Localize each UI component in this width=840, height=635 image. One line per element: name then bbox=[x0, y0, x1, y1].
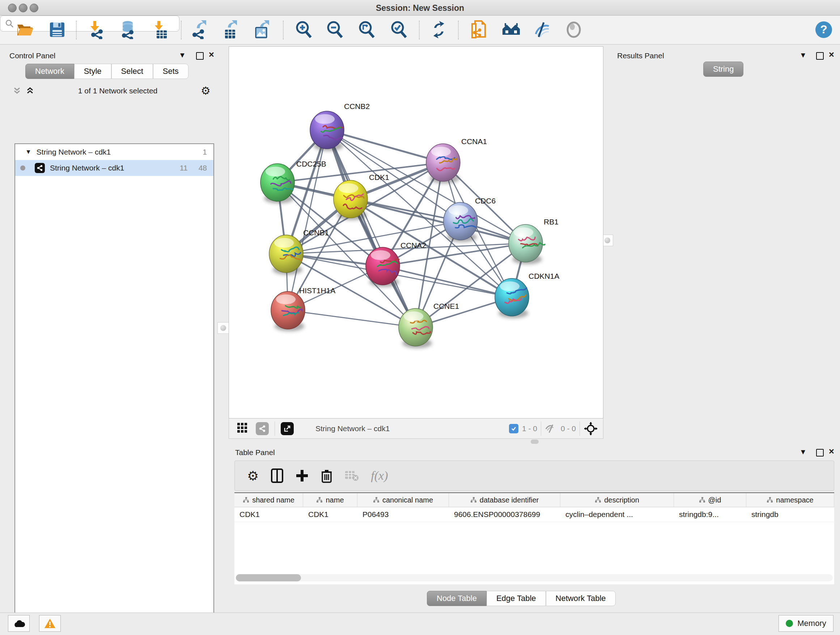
column-header--id[interactable]: @id bbox=[674, 493, 746, 507]
hide-graphics-details-icon[interactable] bbox=[532, 19, 553, 40]
table-cell[interactable]: stringdb bbox=[746, 507, 834, 522]
search-icon bbox=[5, 19, 14, 28]
tab-string[interactable]: String bbox=[703, 62, 744, 77]
panel-collapse-icon[interactable]: ▼ bbox=[179, 51, 186, 59]
zoom-in-icon[interactable] bbox=[294, 19, 314, 40]
refresh-layout-icon[interactable] bbox=[428, 19, 449, 40]
birdseye-crosshair-icon[interactable] bbox=[584, 421, 598, 436]
table-tabs: Node Table Edge Table Network Table bbox=[427, 591, 616, 606]
column-type-icon bbox=[470, 497, 477, 503]
export-network-icon[interactable] bbox=[189, 19, 210, 40]
table-hscrollbar-thumb[interactable] bbox=[236, 574, 301, 581]
column-header-shared-name[interactable]: shared name bbox=[234, 493, 303, 507]
column-header-canonical-name[interactable]: canonical name bbox=[357, 493, 449, 507]
edge-CCNB2-CCNE1[interactable] bbox=[327, 130, 416, 327]
table-cell[interactable]: cyclin–dependent ... bbox=[561, 507, 674, 522]
column-header-database-identifier[interactable]: database identifier bbox=[449, 493, 561, 507]
panel-collapse-icon[interactable]: ▼ bbox=[799, 448, 807, 455]
open-session-icon[interactable] bbox=[14, 19, 35, 40]
network-graph[interactable]: CCNB2CCNA1CDC25BCDK1CDC6RB1CCNB1CCNA2CDK… bbox=[229, 47, 603, 418]
detach-view-icon[interactable] bbox=[281, 422, 294, 435]
control-panel-tabs: Network Style Select Sets bbox=[25, 64, 188, 79]
cloud-status-button[interactable] bbox=[8, 615, 30, 632]
column-header-description[interactable]: description bbox=[561, 493, 674, 507]
node-table: shared namenamecanonical namedatabase id… bbox=[234, 492, 834, 584]
warnings-button[interactable] bbox=[39, 615, 61, 632]
panel-float-icon[interactable] bbox=[816, 449, 824, 456]
edge-HIST1H1A-CCNE1[interactable] bbox=[288, 310, 416, 327]
tab-node-table[interactable]: Node Table bbox=[427, 591, 486, 606]
delete-column-icon[interactable] bbox=[321, 469, 332, 483]
column-header-name[interactable]: name bbox=[303, 493, 357, 507]
collection-expander-icon[interactable]: ▼ bbox=[25, 149, 32, 156]
export-image-icon[interactable] bbox=[251, 19, 272, 40]
zoom-selected-icon[interactable] bbox=[388, 19, 409, 40]
import-network-database-icon[interactable] bbox=[118, 19, 139, 40]
column-header-namespace[interactable]: namespace bbox=[746, 493, 834, 507]
tab-network[interactable]: Network bbox=[25, 64, 74, 79]
network-collection-row[interactable]: ▼ String Network – cdk1 1 bbox=[15, 144, 213, 160]
network-options-gear-icon[interactable]: ⚙ bbox=[201, 86, 210, 96]
toolbar-separator bbox=[458, 21, 459, 40]
hidden-eye-icon[interactable] bbox=[545, 424, 557, 433]
column-type-icon bbox=[243, 497, 249, 503]
node-CDKN1A[interactable]: CDKN1A bbox=[495, 272, 559, 318]
table-cell[interactable]: P06493 bbox=[357, 507, 449, 522]
add-column-icon[interactable] bbox=[295, 469, 309, 482]
node-CCNB1[interactable]: CCNB1 bbox=[269, 228, 329, 275]
node-RB1[interactable]: RB1 bbox=[508, 218, 559, 264]
delete-table-icon[interactable] bbox=[345, 470, 358, 481]
show-columns-icon[interactable] bbox=[271, 469, 283, 483]
node-CCNB2[interactable]: CCNB2 bbox=[310, 102, 370, 151]
zoom-fit-icon[interactable] bbox=[356, 19, 377, 40]
level-of-detail-icon[interactable] bbox=[563, 19, 584, 40]
save-session-icon[interactable] bbox=[47, 19, 68, 40]
panel-close-icon[interactable]: ✕ bbox=[829, 51, 835, 58]
column-header-label: description bbox=[604, 496, 639, 504]
edge-CCNB2-HIST1H1A[interactable] bbox=[288, 130, 327, 310]
table-cell[interactable]: CDK1 bbox=[234, 507, 303, 522]
table-hscrollbar[interactable] bbox=[236, 574, 833, 581]
node-HIST1H1A[interactable]: HIST1H1A bbox=[271, 287, 335, 331]
network-label: String Network – cdk1 bbox=[50, 164, 124, 172]
export-table-icon[interactable] bbox=[220, 19, 241, 40]
panel-float-icon[interactable] bbox=[816, 52, 824, 60]
tab-edge-table[interactable]: Edge Table bbox=[486, 591, 546, 606]
table-cell[interactable]: CDK1 bbox=[303, 507, 357, 522]
help-icon[interactable]: ? bbox=[813, 19, 834, 40]
zoom-out-icon[interactable] bbox=[325, 19, 346, 40]
grid-view-icon[interactable] bbox=[237, 423, 248, 435]
memory-button[interactable]: Memory bbox=[778, 615, 834, 632]
node-CDC6[interactable]: CDC6 bbox=[444, 196, 496, 242]
table-options-gear-icon[interactable]: ⚙ bbox=[247, 469, 259, 483]
import-network-file-icon[interactable] bbox=[88, 19, 109, 40]
tab-select[interactable]: Select bbox=[111, 64, 153, 79]
panel-float-icon[interactable] bbox=[196, 52, 204, 60]
selection-summary: 1 of 1 Network selected bbox=[35, 87, 201, 95]
table-cell[interactable]: stringdb:9... bbox=[674, 507, 746, 522]
expand-all-networks-icon[interactable] bbox=[25, 86, 35, 96]
selected-checkbox-icon[interactable] bbox=[509, 424, 518, 433]
table-row[interactable]: CDK1CDK1P064939606.ENSP00000378699cyclin… bbox=[234, 507, 834, 522]
import-table-file-icon[interactable] bbox=[151, 19, 172, 40]
network-canvas[interactable]: CCNB2CCNA1CDC25BCDK1CDC6RB1CCNB1CCNA2CDK… bbox=[229, 46, 603, 418]
network-row[interactable]: String Network – cdk1 11 48 bbox=[15, 160, 213, 176]
current-network-dot-icon bbox=[20, 165, 25, 171]
network-share-icon[interactable] bbox=[256, 422, 269, 435]
node-CDK1[interactable]: CDK1 bbox=[333, 173, 389, 220]
collapse-all-networks-icon[interactable] bbox=[12, 86, 22, 96]
tab-network-table[interactable]: Network Table bbox=[546, 591, 616, 606]
panel-close-icon[interactable]: ✕ bbox=[208, 51, 215, 58]
node-CCNA1[interactable]: CCNA1 bbox=[426, 137, 487, 184]
tab-sets[interactable]: Sets bbox=[153, 64, 188, 79]
edge-CCNA2-CDKN1A[interactable] bbox=[383, 266, 512, 297]
table-cell[interactable]: 9606.ENSP00000378699 bbox=[449, 507, 561, 522]
function-builder-icon[interactable]: f(x) bbox=[371, 469, 388, 483]
panel-close-icon[interactable]: ✕ bbox=[829, 448, 835, 455]
left-splitter-handle[interactable] bbox=[218, 322, 229, 334]
tab-style[interactable]: Style bbox=[74, 64, 111, 79]
publication-preview-icon[interactable] bbox=[468, 19, 489, 40]
bottom-splitter-handle[interactable] bbox=[531, 440, 538, 444]
panel-collapse-icon[interactable]: ▼ bbox=[799, 51, 807, 59]
home-pages-icon[interactable] bbox=[501, 19, 522, 40]
